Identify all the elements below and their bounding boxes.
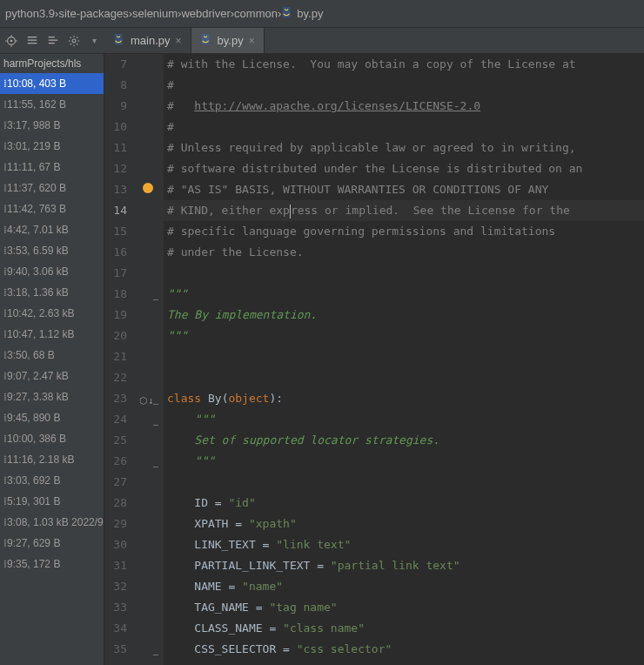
line-number[interactable]: 25 (104, 430, 139, 451)
history-entry[interactable]: ⁞3:08, 1.03 kB 2022/9/ (0, 512, 104, 533)
gutter-mark[interactable] (139, 367, 164, 388)
line-number[interactable]: 35 (104, 639, 139, 660)
gutter-mark[interactable] (139, 514, 164, 534)
gutter-mark[interactable] (139, 326, 164, 346)
history-entry[interactable]: ⁞9:40, 3.06 kB (0, 261, 104, 282)
line-number[interactable]: 23 (104, 388, 139, 409)
gutter-mark[interactable] (139, 534, 164, 555)
gutter-mark[interactable] (139, 555, 164, 576)
gutter-mark[interactable]: ⬡↓– (139, 388, 164, 409)
code-line[interactable]: # (164, 117, 644, 138)
gutter-mark[interactable] (139, 493, 164, 514)
editor-tab[interactable]: main.py× (104, 28, 191, 53)
history-entry[interactable]: ⁞5:19, 301 B (0, 491, 104, 512)
line-number[interactable]: 17 (104, 263, 139, 284)
code-line[interactable]: # Unless required by applicable law or a… (164, 138, 644, 158)
history-entry[interactable]: ⁞11:55, 162 B (0, 94, 104, 115)
line-number[interactable]: 11 (104, 138, 139, 158)
code-line[interactable]: PARTIAL_LINK_TEXT = "partial link text" (164, 555, 644, 576)
code-line[interactable]: LINK_TEXT = "link text" (164, 534, 644, 555)
code-line[interactable]: # (164, 75, 644, 96)
code-line[interactable]: # software distributed under the License… (164, 158, 644, 179)
intention-bulb-icon[interactable] (143, 183, 153, 193)
line-number[interactable]: 16 (104, 242, 139, 263)
history-entry[interactable]: ⁞10:08, 403 B (0, 73, 104, 94)
history-entry[interactable]: ⁞3:50, 68 B (0, 345, 104, 366)
line-number[interactable]: 26 (104, 451, 139, 472)
code-line[interactable]: NAME = "name" (164, 576, 644, 597)
line-number[interactable]: 27 (104, 472, 139, 493)
code-line[interactable]: XPATH = "xpath" (164, 514, 644, 534)
code-line[interactable] (164, 263, 644, 284)
code-line[interactable]: # specific language governing permission… (164, 221, 644, 242)
line-number[interactable]: 18 (104, 284, 139, 305)
gutter-mark[interactable] (139, 179, 164, 200)
line-number[interactable]: 8 (104, 75, 139, 96)
code-line[interactable]: """ (164, 409, 644, 430)
code-line[interactable]: # with the License. You may obtain a cop… (164, 54, 644, 75)
code-editor[interactable]: 7# with the License. You may obtain a co… (104, 54, 644, 665)
history-entry[interactable]: ⁞9:07, 2.47 kB (0, 366, 104, 386)
history-entry[interactable]: ⁞3:53, 6.59 kB (0, 240, 104, 261)
gutter-mark[interactable] (139, 472, 164, 493)
gutter-mark[interactable] (139, 138, 164, 158)
gutter-mark[interactable] (139, 200, 164, 221)
close-icon[interactable]: × (176, 35, 182, 47)
gutter-mark[interactable] (139, 263, 164, 284)
history-entry[interactable]: ⁞3:18, 1.36 kB (0, 282, 104, 303)
breadcrumb-item[interactable]: site-packages (58, 7, 128, 20)
gutter-mark[interactable] (139, 96, 164, 117)
code-line[interactable]: # http://www.apache.org/licenses/LICENSE… (164, 96, 644, 117)
line-number[interactable]: 31 (104, 555, 139, 576)
code-line[interactable]: CSS_SELECTOR = "css selector" (164, 639, 644, 660)
gutter-mark[interactable]: – (139, 409, 164, 430)
gutter-mark[interactable] (139, 221, 164, 242)
line-number[interactable]: 29 (104, 514, 139, 534)
editor-tab[interactable]: by.py× (191, 28, 265, 53)
history-entry[interactable]: ⁞11:16, 2.18 kB (0, 449, 104, 470)
code-line[interactable]: TAG_NAME = "tag name" (164, 597, 644, 618)
code-line[interactable]: Set of supported locator strategies. (164, 430, 644, 451)
breadcrumb-item[interactable]: selenium (132, 7, 178, 20)
line-number[interactable]: 32 (104, 576, 139, 597)
code-line[interactable] (164, 346, 644, 367)
collapse-all-icon[interactable] (47, 34, 59, 48)
line-number[interactable]: 30 (104, 534, 139, 555)
breadcrumb-item[interactable]: common (234, 7, 278, 20)
breadcrumb-item[interactable]: python3.9 (5, 7, 55, 20)
code-line[interactable]: """ (164, 451, 644, 472)
history-entry[interactable]: ⁞11:42, 763 B (0, 198, 104, 219)
breadcrumb-item[interactable]: by.py (281, 6, 323, 21)
code-line[interactable]: # KIND, either express or implied. See t… (164, 200, 644, 221)
line-number[interactable]: 28 (104, 493, 139, 514)
gutter-mark[interactable] (139, 346, 164, 367)
gutter-mark[interactable] (139, 54, 164, 75)
close-icon[interactable]: × (249, 35, 255, 47)
code-line[interactable] (164, 472, 644, 493)
line-number[interactable]: 9 (104, 96, 139, 117)
gutter-mark[interactable] (139, 242, 164, 263)
gutter-mark[interactable] (139, 618, 164, 639)
line-number[interactable]: 13 (104, 179, 139, 200)
line-number[interactable]: 12 (104, 158, 139, 179)
expand-all-icon[interactable] (26, 34, 38, 48)
line-number[interactable]: 36 (104, 660, 139, 665)
gutter-mark[interactable] (139, 75, 164, 96)
gutter-mark[interactable] (139, 597, 164, 618)
line-number[interactable]: 7 (104, 54, 139, 75)
gutter-mark[interactable] (139, 117, 164, 138)
gutter-mark[interactable]: – (139, 639, 164, 660)
line-number[interactable]: 10 (104, 117, 139, 138)
line-number[interactable]: 15 (104, 221, 139, 242)
code-line[interactable]: The By implementation. (164, 305, 644, 326)
history-entry[interactable]: ⁞9:27, 629 B (0, 533, 104, 554)
code-line[interactable] (164, 367, 644, 388)
code-line[interactable]: class By(object): (164, 388, 644, 409)
line-number[interactable]: 33 (104, 597, 139, 618)
gutter-mark[interactable] (139, 305, 164, 326)
history-entry[interactable]: ⁞9:35, 172 B (0, 554, 104, 574)
line-number[interactable]: 24 (104, 409, 139, 430)
history-entry[interactable]: ⁞10:42, 2.63 kB (0, 303, 104, 324)
chevron-down-icon[interactable]: ▾ (89, 34, 99, 48)
code-line[interactable]: """ (164, 284, 644, 305)
